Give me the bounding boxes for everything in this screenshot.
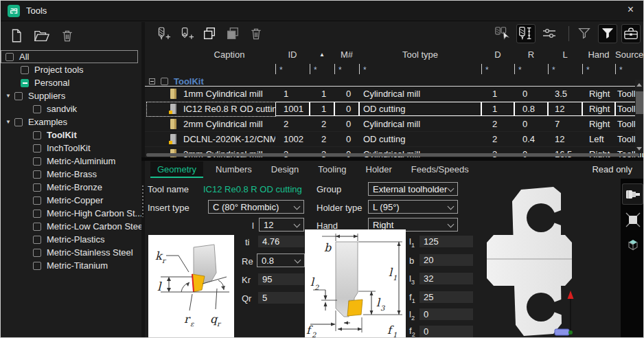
qr-field[interactable]: 5: [258, 292, 304, 304]
tree-item-metric-brass[interactable]: Metric-Brass: [1, 168, 138, 181]
tab-tooling[interactable]: Tooling: [311, 161, 353, 178]
checkbox-unchecked[interactable]: [33, 262, 41, 270]
tree-item-all[interactable]: All: [1, 50, 138, 63]
cell-caption[interactable]: DCLNL-2020K-12/CNMG-...: [183, 132, 275, 146]
cell-id[interactable]: 1: [275, 87, 310, 101]
scrollbar-thumb[interactable]: [636, 91, 643, 114]
tree-item-metric-bronze[interactable]: Metric-Bronze: [1, 181, 138, 194]
tree-item-inchtoolkit[interactable]: InchToolKit: [1, 142, 138, 155]
filter-l[interactable]: *: [548, 63, 582, 78]
insert-type-select[interactable]: C (80° Rhombic): [208, 200, 304, 214]
header-m[interactable]: M#: [334, 46, 359, 63]
filter-caption[interactable]: [183, 63, 275, 78]
tree-item-metric-titanium[interactable]: Metric-Titanium: [1, 259, 138, 272]
checkbox-unchecked[interactable]: [33, 249, 41, 257]
cell-t[interactable]: 2: [310, 117, 334, 131]
checkbox-partial[interactable]: [21, 79, 29, 87]
cell-m[interactable]: 0: [334, 132, 359, 146]
tree-item-suppliers[interactable]: ▼ Suppliers: [1, 89, 138, 102]
cell-r[interactable]: 0: [514, 117, 548, 131]
table-row[interactable]: DCLNL-2020K-12/CNMG-... 1002 2 0 OD cutt…: [145, 132, 644, 147]
paste-tool-button[interactable]: [223, 24, 242, 43]
cell-d[interactable]: 2: [481, 117, 514, 131]
cell-r[interactable]: 0: [514, 87, 548, 101]
header-l[interactable]: L: [548, 46, 582, 63]
holder-type-select[interactable]: L (95°): [368, 200, 458, 214]
filter-active-button[interactable]: [598, 24, 617, 43]
filter-button[interactable]: [575, 24, 594, 43]
cell-l[interactable]: 7: [548, 117, 582, 131]
l-select[interactable]: 12: [259, 218, 304, 232]
delete-tool-button[interactable]: [246, 24, 266, 43]
cell-t[interactable]: 1: [310, 102, 334, 116]
open-library-button[interactable]: [33, 27, 51, 45]
add-mill-tool-button[interactable]: [153, 24, 172, 43]
checkbox-unchecked[interactable]: [33, 170, 41, 179]
cell-m[interactable]: 0: [334, 87, 359, 101]
filter-tool-type[interactable]: *: [359, 63, 481, 78]
cell-d[interactable]: 1: [481, 102, 514, 116]
tree-item-metric-stainless-steel[interactable]: Metric-Stainless Steel: [1, 246, 138, 259]
checkbox-unchecked[interactable]: [33, 236, 41, 244]
cell-id[interactable]: 1002: [275, 132, 310, 146]
cell-l[interactable]: 12: [548, 102, 582, 116]
header-caption[interactable]: Caption: [183, 46, 275, 63]
checkbox-unchecked[interactable]: [161, 78, 168, 85]
tree-item-metric-low-carbon-steel[interactable]: Metric-Low Carbon Steel: [1, 220, 138, 233]
f1-field[interactable]: 25: [419, 291, 473, 303]
filter-source[interactable]: *: [615, 63, 644, 78]
isometric-view-button[interactable]: [622, 234, 643, 255]
tree-item-sandvik[interactable]: sandvik: [1, 102, 138, 115]
cell-r[interactable]: 0.4: [514, 132, 548, 146]
cell-caption[interactable]: IC12 Re0.8 R OD cutting t...: [183, 102, 275, 116]
tab-feeds-speeds[interactable]: Feeds/Speeds: [404, 161, 476, 178]
new-library-button[interactable]: [8, 27, 25, 45]
tool-3d-preview[interactable]: [474, 181, 621, 338]
header-sorted-column[interactable]: ▲: [310, 46, 334, 63]
table-row[interactable]: 2mm Cylindrical mill 2 2 0 Cylindrical m…: [145, 117, 644, 132]
checkbox-unchecked[interactable]: [33, 196, 41, 205]
cell-t[interactable]: 2: [310, 132, 334, 146]
show-3d-tool-button[interactable]: [622, 183, 643, 205]
horizontal-scrollbar[interactable]: [146, 153, 639, 157]
cell-m[interactable]: 0: [334, 102, 359, 116]
filter-d[interactable]: *: [481, 63, 514, 78]
filter-id[interactable]: *: [275, 63, 310, 78]
tab-holder[interactable]: Holder: [359, 161, 399, 178]
vertical-scrollbar[interactable]: [635, 80, 644, 153]
kr-field[interactable]: 95: [258, 273, 304, 285]
view-options-button[interactable]: [540, 24, 559, 43]
checkbox-unchecked[interactable]: [14, 92, 23, 100]
cell-d[interactable]: 1: [481, 87, 514, 101]
checkbox-unchecked[interactable]: [33, 157, 41, 166]
fit-view-button[interactable]: [622, 209, 643, 230]
checkbox-unchecked[interactable]: [33, 223, 41, 231]
chevron-expanded-icon[interactable]: ▼: [5, 119, 14, 125]
cell-hand[interactable]: Right: [582, 117, 615, 131]
cell-l[interactable]: 12: [548, 132, 582, 146]
cell-tool-type[interactable]: Cylindrical mill: [359, 117, 481, 131]
cell-tool-type[interactable]: Cylindrical mill: [359, 87, 481, 101]
checkbox-unchecked[interactable]: [33, 183, 41, 192]
header-id[interactable]: ID: [275, 46, 310, 63]
filter-hand[interactable]: *: [582, 63, 615, 78]
tool-dimensions-button[interactable]: [516, 24, 536, 43]
tree-item-personal[interactable]: Personal: [1, 76, 138, 89]
cell-hand[interactable]: Left: [582, 132, 615, 146]
cell-hand[interactable]: Right: [582, 87, 615, 101]
re-select[interactable]: 0.8: [257, 254, 305, 267]
tree-item-examples[interactable]: ▼ Examples: [1, 115, 138, 128]
collapse-icon[interactable]: [149, 78, 155, 84]
checkbox-unchecked[interactable]: [14, 118, 23, 126]
header-hand[interactable]: Hand: [582, 46, 615, 63]
close-icon[interactable]: ×: [628, 3, 634, 16]
cell-id[interactable]: 1001: [275, 102, 310, 116]
l1-field[interactable]: 125: [419, 236, 473, 247]
filter-t[interactable]: *: [310, 63, 334, 78]
checkbox-unchecked[interactable]: [33, 144, 41, 153]
tab-design[interactable]: Design: [264, 161, 306, 178]
checkbox-unchecked[interactable]: [33, 105, 41, 113]
copy-tool-button[interactable]: [200, 24, 219, 43]
group-select[interactable]: External toolholder: [368, 182, 458, 196]
f2-field[interactable]: 0: [419, 326, 473, 337]
